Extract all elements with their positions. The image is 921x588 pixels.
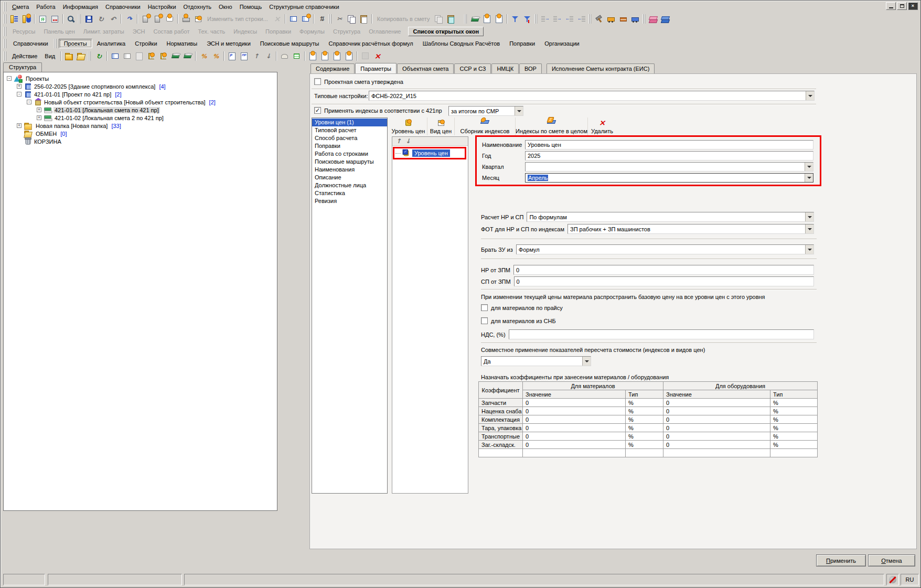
expander-icon[interactable]: - <box>7 76 12 81</box>
calc-nr-sp-combo[interactable]: По формулам <box>527 212 814 222</box>
category-dolzhnostnye-lica[interactable]: Должностные лица <box>312 181 387 189</box>
index-doc4-icon[interactable] <box>343 50 355 62</box>
server-settings2-icon[interactable] <box>152 13 164 25</box>
move-level-up-icon[interactable] <box>395 137 402 145</box>
equipment-value-cell[interactable]: 0 <box>663 415 770 424</box>
toolbar-grip[interactable] <box>642 14 645 24</box>
menu-pomosch[interactable]: Помощь <box>236 3 266 11</box>
toggle-teh-chast[interactable]: Тех. часть <box>194 27 229 36</box>
toggle-indeksy[interactable]: Индексы <box>229 27 261 36</box>
move-level-down-icon[interactable] <box>405 137 411 145</box>
typical-settings-combo[interactable]: ФСНБ-2022_И15 <box>369 91 815 101</box>
expander-icon[interactable]: + <box>17 123 22 128</box>
tree-add-icon[interactable] <box>20 13 33 25</box>
joint-usage-combo[interactable]: Да <box>481 356 591 366</box>
toggle-limit-zatraty[interactable]: Лимит. затраты <box>79 27 128 36</box>
copy-icon[interactable] <box>346 13 358 25</box>
tab-esn-metodiki[interactable]: ЭСН и методики <box>202 39 255 48</box>
apply-button[interactable]: Применить <box>816 554 866 566</box>
new-object-icon[interactable] <box>169 50 181 62</box>
toolbar-grip[interactable] <box>4 2 6 12</box>
status-language-cell[interactable]: RU <box>901 574 919 585</box>
toolbar-grip[interactable] <box>464 14 467 24</box>
tab-poiskovye-marshruty[interactable]: Поисковые маршруты <box>255 39 324 48</box>
chevron-down-icon[interactable] <box>515 106 523 115</box>
month-combo[interactable]: Апрель <box>525 173 813 183</box>
materials-type-cell[interactable]: % <box>626 441 663 449</box>
toggle-panel-cen[interactable]: Панель цен <box>39 27 79 36</box>
refresh-tree-icon[interactable] <box>93 50 105 62</box>
category-popravki[interactable]: Поправки <box>312 142 387 150</box>
filter-icon[interactable] <box>509 13 521 25</box>
category-tipovoy-raschet[interactable]: Типовой расчет <box>312 126 387 134</box>
columns-icon[interactable] <box>109 50 121 62</box>
resource-pr-sheet-icon[interactable] <box>493 13 505 25</box>
menu-deystvie[interactable]: Действие <box>8 52 41 60</box>
project-tree[interactable]: - Проекты + 256-02-2025 [Здание спортивн… <box>3 72 277 511</box>
equipment-type-cell[interactable]: % <box>770 432 818 441</box>
equipment-type-cell[interactable]: % <box>770 407 818 415</box>
toolbar-grip[interactable] <box>4 51 6 61</box>
approved-checkbox[interactable] <box>314 78 321 85</box>
tree-item-korzina[interactable]: КОРЗИНА <box>4 137 277 145</box>
apply-421-checkbox[interactable] <box>314 107 321 114</box>
maximize-button[interactable] <box>897 2 907 10</box>
toggle-oglavlenie[interactable]: Оглавление <box>365 27 405 36</box>
tree-item-estimate-2[interactable]: + 421-01-02 [Локальная смета 2 по 421 пр… <box>4 114 277 122</box>
export-excel-icon[interactable] <box>37 13 49 25</box>
menu-informacia[interactable]: Информация <box>59 3 102 11</box>
tab-parametry[interactable]: Параметры <box>355 63 397 73</box>
menu-smeta[interactable]: Смета <box>8 3 33 11</box>
redo-export-icon[interactable] <box>123 13 135 25</box>
resource-sheet-icon[interactable] <box>481 13 493 25</box>
category-sposob-rascheta[interactable]: Способ расчета <box>312 134 387 142</box>
chevron-down-icon[interactable] <box>805 174 813 182</box>
indent-right-icon[interactable] <box>563 13 575 25</box>
tree-item-obmen[interactable]: ОБМЕН [0] <box>4 130 277 137</box>
doc-p-icon[interactable] <box>226 50 238 62</box>
tree-item-project-256[interactable]: + 256-02-2025 [Здание спортивного компле… <box>4 82 277 90</box>
new-project-icon[interactable] <box>145 50 157 62</box>
tree-structure-icon[interactable] <box>8 13 20 25</box>
materials-value-cell[interactable]: 0 <box>523 424 626 432</box>
toggle-popravki[interactable]: Поправки <box>261 27 295 36</box>
paste-icon[interactable] <box>358 13 370 25</box>
undo-icon[interactable] <box>107 13 119 25</box>
tab-spravochnik-formul[interactable]: Справочник расчётных формул <box>324 39 418 48</box>
toolbar-grip[interactable] <box>4 27 6 36</box>
equipment-type-cell[interactable]: % <box>770 415 818 424</box>
tab-normativy[interactable]: Нормативы <box>162 39 202 48</box>
chevron-down-icon[interactable] <box>805 163 813 171</box>
price-level-node[interactable]: Уровень цен <box>412 149 450 157</box>
books-pink-icon[interactable] <box>647 13 659 25</box>
doc-pr-icon[interactable] <box>238 50 250 62</box>
chevron-down-icon[interactable] <box>582 357 591 366</box>
toolbar-grip[interactable] <box>329 14 331 24</box>
zu-combo[interactable]: Формул <box>516 244 814 254</box>
calc-sheet-icon[interactable] <box>287 13 299 25</box>
transport-icon[interactable] <box>629 13 641 25</box>
menu-spravochniki[interactable]: Справочники <box>102 3 144 11</box>
index-orange2-icon[interactable] <box>210 50 222 62</box>
toolbar-grip[interactable] <box>54 39 57 48</box>
tab-proekty[interactable]: Проекты <box>59 39 92 48</box>
toggle-esn[interactable]: ЭСН <box>128 27 149 36</box>
index-collection-button[interactable]: Сборник индексов <box>455 117 516 135</box>
materials-value-cell[interactable]: 0 <box>523 399 626 407</box>
tree-item-projects-root[interactable]: - Проекты <box>4 74 277 82</box>
menu-rabota[interactable]: Работа <box>33 3 59 11</box>
server-settings-icon[interactable] <box>140 13 152 25</box>
toggle-open-windows-list[interactable]: Список открытых окон <box>408 27 484 36</box>
menu-okno[interactable]: Окно <box>215 3 236 11</box>
toolbar-grip[interactable] <box>4 14 6 24</box>
chevron-down-icon[interactable] <box>806 91 814 100</box>
new-folder-icon[interactable] <box>63 50 75 62</box>
book-settings-icon[interactable] <box>469 13 481 25</box>
equipment-type-cell[interactable]: % <box>770 441 818 449</box>
tab-stroyki[interactable]: Стройки <box>130 39 162 48</box>
materials-value-cell[interactable]: 0 <box>523 407 626 415</box>
tab-analitika[interactable]: Аналитика <box>92 39 130 48</box>
open-folder-icon[interactable] <box>75 50 87 62</box>
parameter-category-list[interactable]: Уровни цен (1) Типовой расчет Способ рас… <box>312 117 388 494</box>
snb-materials-checkbox[interactable] <box>481 317 488 324</box>
